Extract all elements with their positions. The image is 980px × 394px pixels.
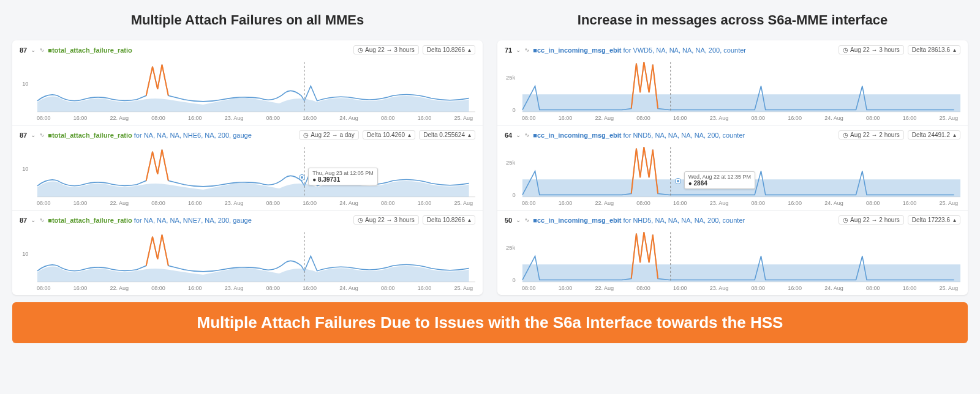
score-badge: 87 — [20, 132, 27, 139]
wave-icon: ∿ — [524, 132, 529, 138]
right-column: Increase in messages across S6a-MME inte… — [497, 12, 968, 295]
left-title: Multiple Attach Failures on all MMEs — [12, 12, 483, 28]
right-panel-1: 71 ⌄ ∿ ■cc_in_incoming_msg_ebit for VWD5… — [497, 40, 968, 125]
wave-icon: ∿ — [524, 46, 529, 53]
x-axis-ticks: 08:0016:0022. Aug08:0016:0023. Aug08:001… — [20, 115, 475, 122]
clock-icon: ◷ — [843, 217, 848, 223]
clock-icon: ◷ — [843, 132, 848, 138]
right-panel-3: 50 ⌄ ∿ ■cc_in_incoming_msg_ebit for NHD5… — [497, 210, 968, 295]
metric-name[interactable]: ■cc_in_incoming_msg_ebit for NHD5, NA, N… — [533, 217, 745, 224]
wave-icon: ∿ — [39, 132, 44, 138]
icon-control[interactable]: ⌄ — [31, 217, 36, 223]
time-range-pill[interactable]: ◷Aug 22 → a day — [299, 130, 359, 139]
svg-text:0: 0 — [512, 277, 515, 283]
delta-pill[interactable]: Delta 28613.6 — [908, 45, 960, 54]
chart-area[interactable]: 25k 0 — [505, 227, 960, 285]
svg-rect-8 — [522, 94, 960, 112]
time-range-pill[interactable]: ◷Aug 22 → 3 hours — [353, 215, 419, 225]
time-range-pill[interactable]: ◷Aug 22 → 2 hours — [839, 130, 904, 139]
hover-point-icon — [676, 179, 680, 184]
metric-name[interactable]: ■total_attach_failure_ratio for NA, NA, … — [48, 132, 252, 139]
svg-text:0: 0 — [512, 191, 515, 198]
right-title: Increase in messages across S6a-MME inte… — [497, 12, 968, 28]
right-panel-2: 64 ⌄ ∿ ■cc_in_incoming_msg_ebit for NND5… — [497, 125, 968, 210]
chart-area[interactable]: 25k 0 Wed, Aug 22 at 12:35 PM● 2864 — [505, 142, 960, 200]
metric-name[interactable]: ■total_attach_failure_ratio for NA, NA, … — [48, 217, 252, 224]
icon-control[interactable]: ⌄ — [31, 46, 36, 53]
time-range-pill[interactable]: ◷Aug 22 → 3 hours — [839, 45, 904, 54]
x-axis-ticks: 08:0016:0022. Aug08:0016:0023. Aug08:001… — [505, 115, 960, 122]
svg-text:10: 10 — [22, 165, 28, 172]
left-column: Multiple Attach Failures on all MMEs 87 … — [12, 12, 483, 295]
delta-pill[interactable]: Delta 24491.2 — [908, 130, 960, 139]
delta-pill[interactable]: Delta 10.8266 — [423, 215, 475, 225]
x-axis-ticks: 08:0016:0022. Aug08:0016:0023. Aug08:001… — [505, 200, 960, 207]
wave-icon: ∿ — [524, 217, 529, 223]
svg-text:0: 0 — [512, 106, 515, 113]
svg-text:10: 10 — [22, 80, 28, 87]
score-badge: 50 — [505, 217, 512, 224]
x-axis-ticks: 08:0016:0022. Aug08:0016:0023. Aug08:001… — [505, 285, 960, 292]
delta-pill[interactable]: Delta 10.8266 — [423, 45, 475, 54]
clock-icon: ◷ — [358, 217, 363, 223]
svg-text:25k: 25k — [506, 74, 515, 81]
score-badge: 64 — [505, 132, 512, 139]
left-panel-2: 87 ⌄ ∿ ■total_attach_failure_ratio for N… — [12, 125, 483, 210]
delta-pill[interactable]: Delta 17223.6 — [908, 215, 960, 225]
right-panel-stack: 71 ⌄ ∿ ■cc_in_incoming_msg_ebit for VWD5… — [497, 40, 968, 295]
wave-icon: ∿ — [39, 217, 44, 223]
score-badge: 87 — [20, 217, 27, 224]
left-panel-stack: 87 ⌄ ∿ ■total_attach_failure_ratio ◷Aug … — [12, 40, 483, 295]
score-badge: 87 — [20, 46, 27, 54]
chart-tooltip: Thu, Aug 23 at 12:05 PM● 8.39731 — [308, 168, 378, 185]
chart-area[interactable]: 10 — [20, 57, 475, 115]
chart-area[interactable]: 10 — [20, 227, 475, 285]
clock-icon: ◷ — [358, 46, 363, 53]
summary-banner: Multiple Attach Failures Due to Issues w… — [12, 302, 968, 343]
time-range-pill[interactable]: ◷Aug 22 → 3 hours — [353, 45, 419, 54]
score-badge: 71 — [505, 46, 512, 54]
chart-area[interactable]: 25k 0 — [505, 57, 960, 115]
icon-control[interactable]: ⌄ — [516, 132, 521, 138]
icon-control[interactable]: ⌄ — [516, 217, 521, 223]
x-axis-ticks: 08:0016:0022. Aug08:0016:0023. Aug08:001… — [20, 200, 475, 207]
metric-name[interactable]: ■cc_in_incoming_msg_ebit for NND5, NA, N… — [533, 132, 745, 139]
clock-icon: ◷ — [843, 46, 848, 53]
delta-pill[interactable]: Delta 0.255624 — [419, 130, 475, 139]
clock-icon: ◷ — [303, 132, 309, 138]
left-panel-1: 87 ⌄ ∿ ■total_attach_failure_ratio ◷Aug … — [12, 40, 483, 125]
icon-control[interactable]: ⌄ — [516, 46, 521, 53]
svg-text:10: 10 — [22, 250, 28, 257]
left-panel-3: 87 ⌄ ∿ ■total_attach_failure_ratio for N… — [12, 210, 483, 295]
metric-name[interactable]: ■total_attach_failure_ratio — [48, 46, 132, 54]
svg-rect-16 — [522, 264, 960, 282]
x-axis-ticks: 08:0016:0022. Aug08:0016:0023. Aug08:001… — [20, 285, 475, 292]
delta-pill[interactable]: Delta 10.4260 — [363, 130, 415, 139]
svg-text:25k: 25k — [506, 159, 515, 166]
chart-tooltip: Wed, Aug 22 at 12:35 PM● 2864 — [684, 171, 755, 189]
wave-icon: ∿ — [39, 46, 44, 53]
svg-text:25k: 25k — [506, 244, 515, 251]
chart-area[interactable]: 10 Thu, Aug 23 at 12:05 PM● 8.39731 — [20, 142, 475, 200]
icon-control[interactable]: ⌄ — [31, 132, 36, 138]
metric-name[interactable]: ■cc_in_incoming_msg_ebit for VWD5, NA, N… — [533, 46, 746, 54]
time-range-pill[interactable]: ◷Aug 22 → 2 hours — [839, 215, 904, 225]
